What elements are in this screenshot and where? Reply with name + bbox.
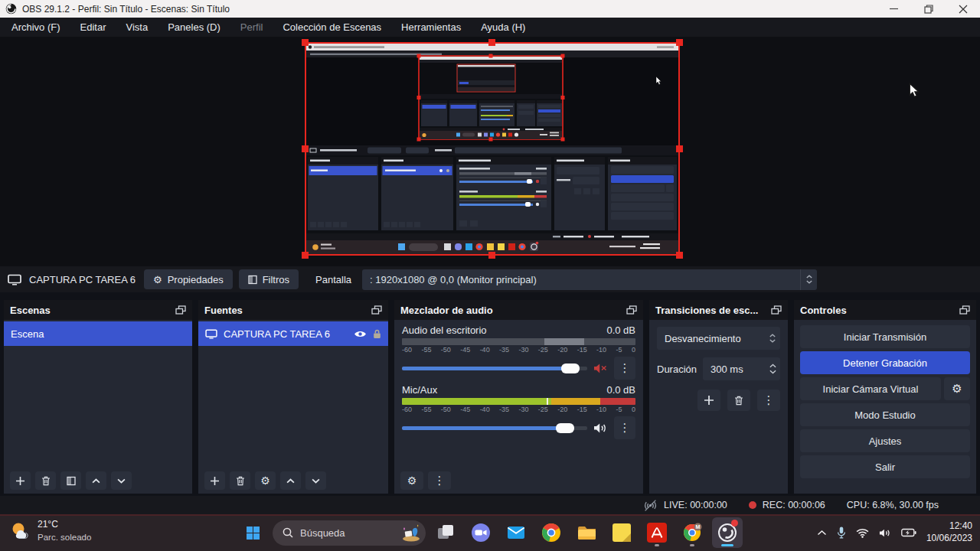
chrome-profile-button[interactable]: M (677, 517, 707, 548)
selection-handle[interactable] (302, 252, 309, 259)
preview-captured-display-source[interactable] (305, 42, 680, 256)
obs-taskbar-button[interactable] (712, 517, 743, 548)
selection-handle[interactable] (488, 252, 495, 259)
taskbar-clock[interactable]: 12:40 10/06/2023 (926, 520, 972, 544)
close-button[interactable] (946, 0, 980, 18)
menu-herramientas[interactable]: Herramientas (391, 18, 471, 37)
menu-perfil[interactable]: Perfil (230, 18, 273, 37)
menu-ayuda[interactable]: Ayuda (H) (471, 18, 535, 37)
dock-popout-icon[interactable] (371, 305, 382, 315)
selection-handle[interactable] (676, 145, 683, 152)
start-streaming-button[interactable]: Iniciar Transmisión (800, 325, 970, 348)
virtual-camera-settings-button[interactable]: ⚙ (944, 377, 970, 400)
taskbar-weather-widget[interactable]: 21°C Parc. soleado (9, 518, 91, 543)
mail-button[interactable] (501, 517, 531, 548)
acrobat-icon (647, 523, 667, 543)
move-source-up-button[interactable] (280, 471, 301, 490)
sticky-notes-button[interactable] (606, 517, 637, 548)
scene-list-item[interactable]: Escena (4, 321, 192, 346)
mail-icon (506, 523, 526, 543)
system-tray: 12:40 10/06/2023 (817, 514, 972, 551)
menu-coleccion-escenas[interactable]: Colección de Escenas (273, 18, 391, 37)
windows-logo-icon (247, 527, 260, 540)
move-scene-down-button[interactable] (111, 471, 132, 490)
settings-button[interactable]: Ajustes (800, 429, 970, 452)
advanced-audio-button[interactable]: ⚙ (400, 471, 423, 490)
dock-popout-icon[interactable] (771, 305, 782, 315)
menu-vista[interactable]: Vista (116, 18, 158, 37)
broadcast-off-icon (643, 500, 658, 511)
transition-select[interactable]: Desvanecimiento (657, 327, 780, 350)
menu-archivo[interactable]: Archivo (F) (2, 18, 70, 37)
selection-handle[interactable] (488, 39, 495, 46)
start-button[interactable] (237, 517, 268, 548)
microphone-tray-icon[interactable] (837, 527, 846, 539)
acrobat-button[interactable] (642, 517, 672, 548)
minimize-button[interactable] (877, 0, 911, 18)
dock-popout-icon[interactable] (175, 305, 186, 315)
duration-spinbox[interactable]: 300 ms (703, 357, 780, 380)
meter-tick-label: -45 (460, 406, 470, 413)
battery-tray-icon[interactable] (901, 528, 916, 537)
chrome-button[interactable] (536, 517, 567, 548)
menu-editar[interactable]: Editar (70, 18, 116, 37)
volume-slider[interactable] (402, 367, 587, 370)
eye-icon[interactable] (354, 330, 367, 338)
selection-handle[interactable] (676, 39, 683, 46)
move-scene-up-button[interactable] (86, 471, 106, 490)
add-source-button[interactable] (204, 471, 225, 490)
add-scene-button[interactable] (10, 471, 31, 490)
volume-slider-handle[interactable] (561, 364, 580, 373)
dock-popout-icon[interactable] (626, 305, 637, 315)
selection-handle[interactable] (302, 39, 309, 46)
selection-handle[interactable] (676, 252, 683, 259)
filters-button[interactable]: Filtros (239, 269, 299, 289)
scene-filters-button[interactable] (60, 471, 81, 490)
mixer-dock-title: Mezclador de audio (400, 305, 493, 316)
studio-mode-button[interactable]: Modo Estudio (800, 403, 970, 426)
taskbar-search-box[interactable]: Búsqueda (273, 520, 426, 546)
remove-scene-button[interactable] (35, 471, 56, 490)
remove-transition-button[interactable] (727, 390, 750, 411)
remove-source-button[interactable] (230, 471, 250, 490)
restore-button[interactable] (911, 0, 946, 18)
transition-options-button[interactable]: ⋮ (757, 390, 780, 411)
selection-handle[interactable] (302, 145, 309, 152)
volume-tray-icon[interactable] (879, 528, 891, 538)
mixer-options-button[interactable]: ⋮ (428, 471, 451, 490)
sticky-notes-icon (612, 523, 631, 542)
chevron-updown-icon[interactable] (800, 269, 817, 290)
channel-options-button[interactable]: ⋮ (614, 357, 635, 380)
volume-slider[interactable] (402, 426, 587, 430)
channel-options-button[interactable]: ⋮ (614, 416, 635, 439)
recording-badge (731, 520, 738, 527)
lock-icon[interactable] (373, 329, 381, 339)
window-title: OBS 29.1.2 - Perfil: Sin Título - Escena… (22, 4, 230, 15)
rec-time: REC: 00:00:06 (763, 500, 825, 510)
exit-button[interactable]: Salir (800, 455, 970, 478)
menu-paneles[interactable]: Paneles (D) (158, 18, 230, 37)
file-explorer-button[interactable] (571, 517, 602, 548)
start-virtual-camera-button[interactable]: Iniciar Cámara Virtual (800, 377, 941, 400)
spinner-arrows-icon[interactable] (765, 364, 780, 374)
task-view-button[interactable] (430, 517, 461, 548)
source-properties-button[interactable]: ⚙ (255, 471, 276, 490)
move-source-down-button[interactable] (305, 471, 326, 490)
screen-select[interactable]: : 1920x1080 @ 0,0 (Monitor principal) (362, 269, 817, 290)
add-transition-button[interactable] (697, 390, 720, 411)
transitions-dock-title: Transiciones de esc... (655, 305, 758, 316)
source-list-item[interactable]: CAPTURA PC TAREA 6 (198, 321, 388, 346)
dock-popout-icon[interactable] (959, 305, 970, 315)
tray-chevron-up-icon[interactable] (817, 530, 827, 536)
preview-canvas[interactable] (0, 37, 980, 266)
stop-recording-button[interactable]: Detener Grabación (800, 351, 970, 374)
volume-slider-handle[interactable] (556, 423, 574, 433)
speaker-icon[interactable] (593, 422, 608, 434)
teams-chat-icon (471, 523, 491, 543)
wifi-tray-icon[interactable] (856, 528, 869, 538)
speaker-muted-icon[interactable] (593, 363, 608, 374)
channel-name: Mic/Aux (402, 384, 437, 396)
meter-tick-label: 0 (632, 406, 635, 413)
teams-chat-button[interactable] (466, 517, 496, 548)
properties-button[interactable]: ⚙ Propiedades (144, 269, 233, 289)
